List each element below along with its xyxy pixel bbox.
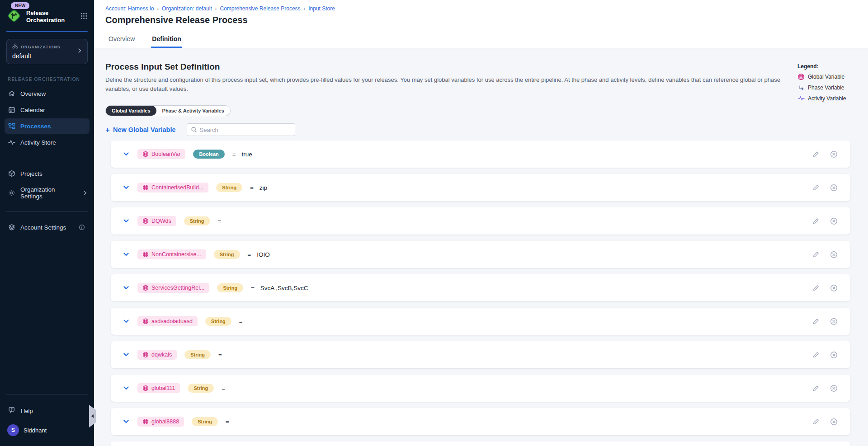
equals-sign: =	[222, 385, 225, 392]
variable-card: BooleanVar Boolean = true	[111, 141, 850, 168]
breadcrumb-input-store[interactable]: Input Store	[308, 5, 335, 12]
delete-icon[interactable]	[830, 251, 838, 258]
toggle-phase-activity-variables[interactable]: Phase & Activity Variables	[156, 106, 230, 116]
variable-name-pill[interactable]: dqwkals	[137, 350, 177, 360]
chevron-down-icon[interactable]	[123, 150, 130, 158]
brand-underline	[6, 31, 88, 32]
variable-name-pill[interactable]: ServicesGettingRel...	[137, 283, 209, 293]
app-grid-icon[interactable]	[80, 12, 88, 22]
edit-icon[interactable]	[812, 351, 820, 358]
sidebar-item-overview[interactable]: Overview	[5, 86, 90, 101]
processes-icon	[8, 122, 15, 130]
search-input[interactable]	[200, 127, 291, 133]
edit-icon[interactable]	[812, 284, 820, 291]
globe-icon	[142, 418, 149, 425]
variable-value: zip	[259, 184, 267, 191]
chevron-down-icon[interactable]	[123, 351, 130, 358]
chevron-down-icon[interactable]	[123, 418, 130, 425]
variable-name: global111	[151, 385, 175, 391]
variable-name-pill[interactable]: DQWds	[137, 216, 176, 226]
sidebar-item-label: Calendar	[20, 107, 45, 113]
delete-icon[interactable]	[830, 318, 838, 325]
variable-type-badge: String	[188, 384, 214, 393]
row-actions	[812, 184, 838, 192]
variable-name: global8888	[151, 418, 179, 425]
edit-icon[interactable]	[812, 150, 820, 158]
chevron-down-icon[interactable]	[123, 284, 130, 291]
edit-icon[interactable]	[812, 184, 820, 191]
gear-icon	[8, 189, 15, 197]
legend-label: Global Variable	[808, 74, 844, 80]
breadcrumb-process[interactable]: Comprehensive Release Process	[220, 5, 300, 12]
edit-icon[interactable]	[812, 385, 820, 392]
variable-type-badge: String	[214, 250, 240, 259]
sidebar-item-processes[interactable]: Processes	[5, 118, 90, 134]
variable-card: ServicesGettingRel... String = SvcA ,Svc…	[111, 274, 850, 301]
globe-icon	[142, 151, 149, 157]
chevron-down-icon[interactable]	[123, 251, 130, 258]
sidebar-item-activity-store[interactable]: Activity Store	[5, 135, 90, 150]
new-global-variable-label: New Global Variable	[113, 126, 176, 133]
organization-selector[interactable]: ORGANIZATIONS default	[6, 39, 88, 64]
variable-name-pill[interactable]: ContainerisedBuild...	[137, 183, 208, 192]
new-global-variable-button[interactable]: + New Global Variable	[105, 126, 176, 134]
help-label: Help	[21, 408, 33, 414]
chevron-down-icon[interactable]	[123, 217, 130, 225]
breadcrumb-organization[interactable]: Organization: default	[162, 5, 212, 12]
section-description: Define the structure and configuration o…	[105, 75, 796, 93]
variable-name-pill[interactable]: BooleanVar	[137, 149, 185, 159]
plus-icon: +	[105, 126, 110, 134]
variable-name-pill[interactable]: global8888	[137, 417, 184, 427]
sidebar-item-projects[interactable]: Projects	[5, 166, 90, 181]
delete-icon[interactable]	[830, 418, 838, 426]
delete-icon[interactable]	[830, 217, 838, 225]
variable-name-pill[interactable]: asdsadoiaduasd	[137, 316, 198, 326]
app-root: NEW Release Orchestration	[0, 0, 868, 446]
breadcrumb: Account: Harness.io › Organization: defa…	[105, 5, 868, 12]
breadcrumb-account[interactable]: Account: Harness.io	[105, 5, 154, 12]
edit-icon[interactable]	[812, 217, 820, 225]
row-actions	[812, 418, 838, 426]
edit-icon[interactable]	[812, 318, 820, 325]
delete-icon[interactable]	[830, 385, 838, 392]
calendar-icon	[8, 106, 15, 113]
legend-item-phase: Phase Variable	[797, 85, 860, 91]
section-title: Process Input Set Definition	[105, 62, 868, 72]
toggle-global-variables[interactable]: Global Variables	[106, 106, 156, 116]
legend-item-global: Global Variable	[797, 73, 860, 80]
delete-icon[interactable]	[830, 150, 838, 158]
chevron-down-icon[interactable]	[123, 318, 130, 325]
delete-icon[interactable]	[830, 284, 838, 292]
sidebar-item-organization-settings[interactable]: Organization Settings	[5, 182, 90, 204]
avatar: S	[7, 424, 19, 436]
row-actions	[812, 150, 838, 158]
edit-icon[interactable]	[812, 251, 820, 258]
sidebar-item-account-settings[interactable]: Account Settings	[5, 220, 90, 235]
chevron-down-icon[interactable]	[123, 385, 130, 392]
variable-value: SvcA ,SvcB,SvcC	[260, 285, 308, 291]
equals-sign: =	[251, 285, 255, 291]
help-button[interactable]: Help	[0, 402, 94, 420]
variable-card-partial	[111, 441, 850, 446]
tab-bar: Overview Definition	[94, 30, 868, 48]
variable-type-badge: Boolean	[193, 150, 224, 159]
organization-name: default	[12, 52, 82, 60]
edit-icon[interactable]	[812, 418, 820, 425]
user-menu[interactable]: S Siddhant	[0, 420, 94, 446]
delete-icon[interactable]	[830, 184, 838, 192]
delete-icon[interactable]	[830, 351, 838, 359]
sidebar-item-label: Activity Store	[20, 139, 56, 146]
variable-name-pill[interactable]: global111	[137, 383, 180, 393]
equals-sign: =	[248, 251, 251, 258]
variable-name-pill[interactable]: NonContainersise...	[137, 249, 206, 259]
globe-icon	[797, 73, 805, 80]
sidebar-item-calendar[interactable]: Calendar	[5, 102, 90, 117]
variable-card: dqwkals String =	[111, 341, 850, 368]
page-title: Comprehensive Release Process	[105, 15, 868, 30]
tab-definition[interactable]: Definition	[151, 30, 182, 48]
variable-name: BooleanVar	[151, 151, 180, 157]
tab-overview[interactable]: Overview	[108, 30, 136, 48]
actions-row: + New Global Variable	[105, 123, 868, 136]
chevron-down-icon[interactable]	[123, 184, 130, 191]
variable-name: DQWds	[151, 218, 171, 224]
